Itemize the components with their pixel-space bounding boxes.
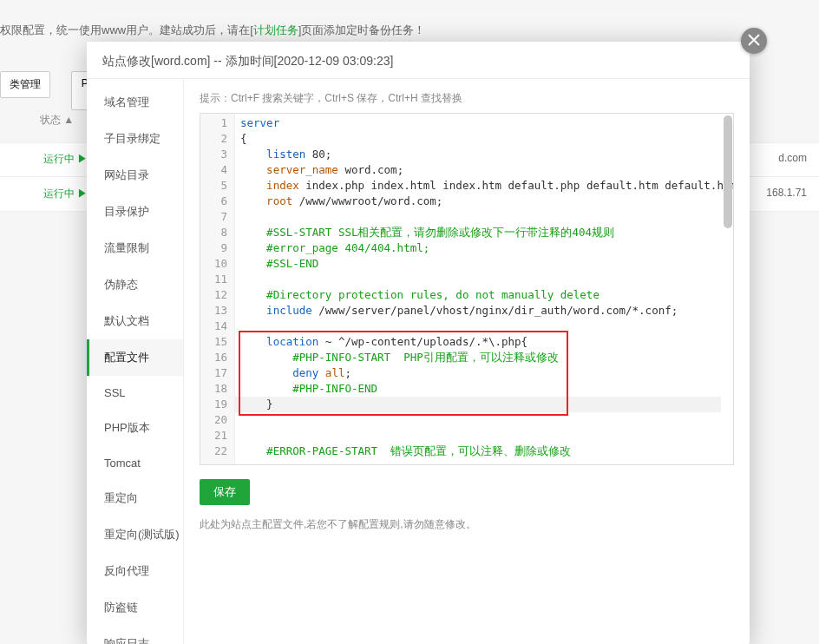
row-ip-frag: 168.1.71	[766, 187, 807, 199]
sidebar-item-11[interactable]: 重定向	[87, 480, 183, 516]
save-button[interactable]: 保存	[200, 479, 250, 505]
sidebar-item-13[interactable]: 反向代理	[87, 553, 183, 589]
modal-body: 域名管理子目录绑定网站目录目录保护流量限制伪静态默认文档配置文件SSLPHP版本…	[87, 78, 750, 644]
sidebar-item-14[interactable]: 防盗链	[87, 589, 183, 626]
sidebar-item-3[interactable]: 目录保护	[87, 194, 183, 230]
sidebar-item-4[interactable]: 流量限制	[87, 230, 183, 266]
config-editor[interactable]: 12345678910111213141516171819202122 serv…	[200, 113, 734, 465]
sidebar-item-7[interactable]: 配置文件	[87, 339, 183, 376]
sidebar-item-2[interactable]: 网站目录	[87, 157, 183, 194]
code-content[interactable]: server{ listen 80; server_name word.com;…	[235, 114, 721, 459]
close-icon	[748, 34, 760, 49]
bg-button-category[interactable]: 类管理	[0, 71, 50, 98]
sidebar-item-15[interactable]: 响应日志	[87, 626, 183, 644]
line-number-gutter: 12345678910111213141516171819202122	[200, 114, 235, 464]
modal-title: 站点修改[word.com] -- 添加时间[2020-12-09 03:09:…	[87, 42, 750, 78]
status-running: 运行中 ▶	[43, 152, 88, 167]
site-edit-modal: 站点修改[word.com] -- 添加时间[2020-12-09 03:09:…	[87, 42, 750, 644]
scrollbar-vertical[interactable]	[724, 115, 732, 228]
notice-link[interactable]: 计划任务	[253, 23, 298, 36]
sidebar-item-12[interactable]: 重定向(测试版)	[87, 516, 183, 553]
modal-main: 提示：Ctrl+F 搜索关键字，Ctrl+S 保存，Ctrl+H 查找替换 12…	[184, 79, 750, 644]
row-domain-frag: d.com	[778, 152, 807, 164]
editor-hint: 提示：Ctrl+F 搜索关键字，Ctrl+S 保存，Ctrl+H 查找替换	[200, 91, 734, 106]
notice-text-after: ]页面添加定时备份任务！	[298, 23, 426, 36]
config-warning: 此处为站点主配置文件,若您不了解配置规则,请勿随意修改。	[200, 517, 734, 532]
status-running: 运行中 ▶	[43, 187, 88, 201]
modal-sidebar: 域名管理子目录绑定网站目录目录保护流量限制伪静态默认文档配置文件SSLPHP版本…	[87, 79, 184, 644]
column-status: 状态 ▲	[40, 113, 74, 128]
sidebar-item-8[interactable]: SSL	[87, 376, 183, 410]
sidebar-item-6[interactable]: 默认文档	[87, 303, 183, 339]
notice-text: 权限配置，统一使用www用户。建站成功后，请在[	[0, 23, 253, 36]
top-notice: 权限配置，统一使用www用户。建站成功后，请在[计划任务]页面添加定时备份任务！	[0, 23, 425, 38]
sidebar-item-10[interactable]: Tomcat	[87, 446, 183, 480]
sidebar-item-0[interactable]: 域名管理	[87, 84, 183, 121]
sidebar-item-5[interactable]: 伪静态	[87, 266, 183, 303]
sidebar-item-9[interactable]: PHP版本	[87, 410, 183, 446]
sidebar-item-1[interactable]: 子目录绑定	[87, 121, 183, 157]
close-button[interactable]	[741, 28, 767, 54]
